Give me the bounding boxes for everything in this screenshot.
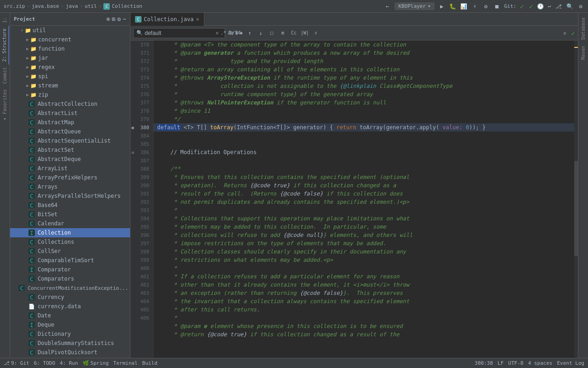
git-check1[interactable]: ✓ <box>518 3 526 10</box>
status-terminal[interactable]: Terminal <box>113 360 138 366</box>
sidebar-item-base64[interactable]: C Base64 <box>10 201 130 210</box>
stop-button[interactable]: ■ <box>493 3 501 10</box>
panel-tab-database[interactable]: Database <box>579 15 587 42</box>
search-clear-button[interactable]: × <box>215 30 219 36</box>
panel-tab-favorites[interactable]: ★ Favorites <box>1 86 9 125</box>
tab-collection-java[interactable]: C Collection.java × <box>130 13 204 26</box>
search-scope-button[interactable]: ⊞ <box>278 28 288 38</box>
sidebar-icon-minimize[interactable]: − <box>123 16 126 23</box>
scroll-mark-top <box>574 47 578 48</box>
profile-button[interactable]: ⚡ <box>471 3 479 10</box>
search-input-wrap[interactable]: 🔍 × .* Aa W ✱ <box>133 28 225 38</box>
sidebar-item-arrayprefixhelpers[interactable]: C ArrayPrefixHelpers <box>10 173 130 182</box>
sidebar-item-calendar[interactable]: C Calendar <box>10 219 130 228</box>
sidebar-item-function[interactable]: ▶ 📁 function <box>10 44 130 53</box>
search-input[interactable] <box>145 30 214 36</box>
status-event-log[interactable]: Event Log <box>557 360 584 366</box>
panel-tab-structure[interactable]: 2: Structure <box>0 26 9 64</box>
status-git[interactable]: ⎇ 9: Git <box>4 360 29 366</box>
sidebar-item-arraylist[interactable]: C ArrayList <box>10 164 130 173</box>
kbo-player-selector[interactable]: KBOPlayer ▾ <box>395 2 434 10</box>
sidebar-icon-gear[interactable]: ⚙ <box>117 16 121 23</box>
breadcrumb-java[interactable]: java <box>66 3 78 9</box>
sidebar-item-dualpivotquicksort[interactable]: C DualPivotQuicksort <box>10 348 130 357</box>
search-words-only-button[interactable]: |W| <box>300 28 310 38</box>
status-lf[interactable]: LF <box>498 360 503 366</box>
run-config-button[interactable]: ⚙ <box>482 3 490 10</box>
search-regex-button[interactable]: .* <box>220 28 226 38</box>
sidebar-item-util[interactable]: ▾ 📁 util <box>10 26 130 35</box>
status-build[interactable]: Build <box>142 360 158 366</box>
scroll-thumb[interactable] <box>574 161 578 256</box>
sidebar-item-abstractsequentiallist[interactable]: C AbstractSequentialList <box>10 136 130 145</box>
debug-button[interactable]: 🐛 <box>449 3 457 10</box>
settings-button[interactable]: ⚙ <box>577 3 584 10</box>
sidebar-item-comparabletimesort[interactable]: C ComparableTimSort <box>10 256 130 265</box>
sidebar-item-collser[interactable]: C CollSer <box>10 247 130 256</box>
git-check2[interactable]: ✓ <box>527 3 535 10</box>
status-run[interactable]: 4: Run <box>60 360 78 366</box>
breadcrumb-src[interactable]: src.zip <box>4 3 25 9</box>
sidebar-item-abstractdeque[interactable]: C AbstractDeque <box>10 155 130 164</box>
sidebar-item-spi[interactable]: ▶ 📁 spi <box>10 72 130 81</box>
sidebar-item-abstractqueue[interactable]: C AbstractQueue <box>10 127 130 136</box>
status-encoding[interactable]: UTF-8 <box>508 360 523 366</box>
status-todo[interactable]: 6: TODO <box>34 360 55 366</box>
git-history-button[interactable]: 🕐 <box>537 3 544 10</box>
sidebar-item-comparators[interactable]: C Comparators <box>10 274 130 283</box>
coverage-button[interactable]: 📊 <box>460 3 468 10</box>
arrow-icon-stream: ▶ <box>25 83 30 88</box>
sidebar-item-zip[interactable]: ▶ 📁 zip <box>10 90 130 99</box>
search-close-button[interactable]: × <box>563 29 566 37</box>
sidebar-icon-add[interactable]: ⊕ <box>107 16 110 23</box>
sidebar-item-abstractset[interactable]: C AbstractSet <box>10 145 130 155</box>
sidebar-item-currency-data[interactable]: 📄 currency.data <box>10 302 130 311</box>
sidebar-item-dictionary[interactable]: C Dictionary <box>10 329 130 339</box>
sidebar-item-deque[interactable]: I Deque <box>10 320 130 329</box>
status-indent[interactable]: 4 spaces <box>528 360 552 366</box>
panel-tab-maven[interactable]: Maven <box>579 43 587 63</box>
search-prev-button[interactable]: ↑ <box>245 28 255 38</box>
status-spring[interactable]: 🌿 Spring <box>83 360 109 366</box>
sidebar-item-concurrent[interactable]: ▶ 📁 concurrent <box>10 35 130 44</box>
back-button[interactable]: ← <box>384 3 391 10</box>
sidebar-item-collections[interactable]: C Collections <box>10 237 130 247</box>
breadcrumb-javabase[interactable]: java.base <box>32 3 59 9</box>
run-button[interactable]: ▶ <box>438 3 446 10</box>
sidebar-item-arraysparallelsorthelpers[interactable]: C ArraysParallelSortHelpers <box>10 191 130 201</box>
sidebar-item-date[interactable]: C Date <box>10 311 130 320</box>
sidebar-item-jar[interactable]: ▶ 📁 jar <box>10 53 130 63</box>
panel-tab-1[interactable]: 1: <box>1 15 9 26</box>
git-branch-button[interactable]: ⎇ <box>555 3 562 10</box>
search-replace-button[interactable]: □ <box>267 28 277 38</box>
sidebar-item-arrays[interactable]: C Arrays <box>10 182 130 191</box>
sidebar-icon-link[interactable]: ⊞ <box>112 16 116 23</box>
search-case-sensitive-button[interactable]: Cc <box>289 28 299 38</box>
find-button[interactable]: 🔍 <box>566 3 573 10</box>
fold-icon-386[interactable]: ≡ <box>131 150 134 155</box>
panel-tab-commit[interactable]: Commit <box>1 64 9 86</box>
status-position[interactable]: 380:38 <box>475 360 493 366</box>
sidebar-item-abstractmap[interactable]: C AbstractMap <box>10 118 130 127</box>
search-next-button[interactable]: ↓ <box>256 28 266 38</box>
sidebar-item-abstractlist[interactable]: C AbstractList <box>10 109 130 118</box>
sidebar-item-regex[interactable]: ▶ 📁 regex <box>10 63 130 72</box>
sidebar-item-concurrentmodificationexception[interactable]: C ConcurrentModificationExceptio... <box>10 283 130 293</box>
sidebar-item-collection[interactable]: I Collection <box>10 228 130 237</box>
sidebar-item-bitset[interactable]: C BitSet <box>10 210 130 219</box>
tab-close-button[interactable]: × <box>196 16 199 23</box>
git-revert-button[interactable]: ↩ <box>546 3 553 10</box>
breadcrumb-collection[interactable]: Collection <box>112 3 142 9</box>
search-filter-button[interactable]: ⚡ <box>311 28 321 38</box>
interface-icon-deque: I <box>28 322 35 328</box>
sidebar-item-comparator[interactable]: I Comparator <box>10 265 130 274</box>
line-num-400: 400 <box>130 264 153 272</box>
code-content[interactable]: * @param <T> the component type of the a… <box>153 40 574 358</box>
sidebar-item-currency[interactable]: C Currency <box>10 293 130 302</box>
sidebar-label-arrays: Arrays <box>38 184 57 190</box>
scroll-track[interactable] <box>574 40 578 358</box>
sidebar-item-abstractcollection[interactable]: C AbstractCollection <box>10 99 130 109</box>
sidebar-item-stream[interactable]: ▶ 📁 stream <box>10 81 130 90</box>
breadcrumb-util[interactable]: util <box>85 3 97 9</box>
sidebar-item-doublesummarystatistics[interactable]: C DoubleSummaryStatistics <box>10 339 130 348</box>
